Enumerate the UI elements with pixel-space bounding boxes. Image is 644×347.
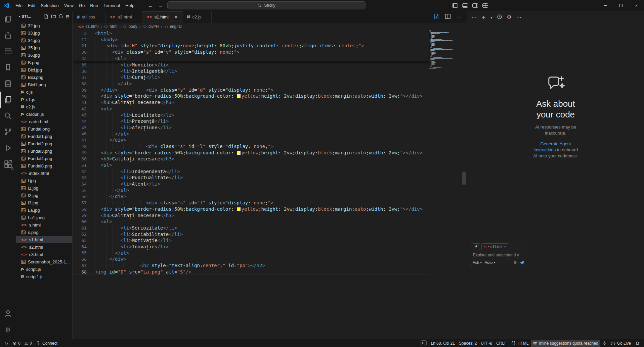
file-item-32.jpg[interactable]: 32.jpg bbox=[16, 22, 72, 29]
menu-run[interactable]: Run bbox=[87, 2, 101, 9]
file-item-Bici.png[interactable]: Bici.png bbox=[16, 73, 72, 81]
chat-history-button[interactable] bbox=[497, 14, 502, 20]
activity-search[interactable] bbox=[0, 108, 16, 124]
activity-share[interactable] bbox=[0, 27, 16, 43]
code-line-38[interactable]: 38 </ul> bbox=[73, 81, 429, 87]
vertical-scrollbar[interactable] bbox=[461, 30, 467, 339]
activity-database[interactable] bbox=[0, 76, 16, 92]
code-line-43[interactable]: 43 <li>Loialitate</li> bbox=[73, 112, 429, 118]
chat-settings-button[interactable]: ⚙ bbox=[507, 15, 511, 20]
code-line-53[interactable]: 53 <li>Punctualitate</li> bbox=[73, 175, 429, 181]
chat-input-box[interactable]: <> s1.html × Explore and understand y As… bbox=[470, 241, 527, 267]
toggle-secondary-sidebar-icon[interactable] bbox=[472, 3, 478, 8]
code-line-57[interactable]: 57 <div class="s" id="f" style="display:… bbox=[73, 200, 429, 206]
file-item-l2.jpg[interactable]: l2.jpg bbox=[16, 192, 72, 199]
file-item-carte.html[interactable]: <>carte.html bbox=[16, 118, 72, 125]
customize-layout-icon[interactable] bbox=[482, 3, 488, 8]
code-line-12[interactable]: 12 <body> bbox=[73, 37, 429, 43]
minimize-button[interactable] bbox=[598, 0, 613, 11]
menu-go[interactable]: Go bbox=[76, 2, 87, 9]
file-item-script.js[interactable]: JSscript.js bbox=[16, 265, 72, 273]
file-item-34.jpg[interactable]: 34.jpg bbox=[16, 37, 72, 44]
menu-help[interactable]: Help bbox=[123, 2, 137, 9]
generate-instructions-link[interactable]: Instructions bbox=[533, 147, 556, 152]
file-item-c1.js[interactable]: JSc1.js bbox=[16, 96, 72, 103]
code-line-45[interactable]: 45 <li>Afecțiune</li> bbox=[73, 125, 429, 131]
code-line-49[interactable]: 49 <div style="border-radius:50%;backgro… bbox=[73, 150, 429, 156]
code-line-52[interactable]: 52 <li>Independență</li> bbox=[73, 168, 429, 175]
code-line-59[interactable]: 59 <h3>Calități necesare</h3> bbox=[73, 212, 429, 219]
file-item-l1.jpg[interactable]: l1.jpg bbox=[16, 184, 72, 192]
file-item-script1.js[interactable]: JSscript1.js bbox=[16, 273, 72, 280]
explorer-section-header[interactable]: ▾ STI... ⊟ bbox=[16, 11, 72, 22]
code-line-21[interactable]: 21 <div id="H" style="display:none;heigh… bbox=[73, 43, 429, 49]
menu-selection[interactable]: Selection bbox=[38, 2, 61, 9]
mic-icon[interactable] bbox=[513, 260, 517, 265]
status-errors[interactable]: ⊗0 bbox=[11, 340, 23, 347]
activity-extensions[interactable]: ⚠ bbox=[0, 156, 16, 172]
breadcrumb-img#D[interactable]: img#D bbox=[164, 24, 182, 29]
toggle-panel-icon[interactable] bbox=[462, 3, 468, 8]
tab-stil.css[interactable]: #stil.css bbox=[73, 11, 105, 23]
status-notifications[interactable] bbox=[633, 340, 642, 347]
code-line-47[interactable]: 47 </div> bbox=[73, 137, 429, 143]
file-item-Fundal.png[interactable]: Fundal.png bbox=[16, 125, 72, 133]
status-cursor-position[interactable]: Ln 68, Col 21 bbox=[429, 340, 457, 347]
code-line-42[interactable]: 42 <ul> bbox=[73, 106, 429, 112]
code-line-61[interactable]: 61 <li>Seriozitate</li> bbox=[73, 225, 429, 231]
model-dropdown[interactable]: Auto ▾ bbox=[485, 260, 495, 264]
file-item-s1.html[interactable]: <>s1.html bbox=[16, 236, 72, 243]
code-line-51[interactable]: 51 <ul> bbox=[73, 162, 429, 168]
scrollbar-thumb[interactable] bbox=[462, 172, 466, 185]
code-line-50[interactable]: 50 <h3>Calități necesare</h3> bbox=[73, 156, 429, 162]
status-warnings[interactable]: ⚠0 bbox=[23, 340, 34, 347]
file-item-Fundal4.png[interactable]: Fundal4.png bbox=[16, 155, 72, 162]
attach-context-button[interactable] bbox=[473, 243, 480, 250]
more-actions-button[interactable]: ⋯ bbox=[456, 14, 462, 20]
tab-s3.html[interactable]: <>s3.html bbox=[105, 11, 142, 23]
code-line-55[interactable]: 55 </ul> bbox=[73, 187, 429, 194]
send-icon[interactable] bbox=[520, 260, 524, 265]
file-item-35.jpg[interactable]: 35.jpg bbox=[16, 44, 72, 51]
file-item-c.js[interactable]: JSc.js bbox=[16, 88, 72, 96]
file-item-Bici.jpg[interactable]: Bici.jpg bbox=[16, 66, 72, 73]
tab-s1.html[interactable]: <>s1.html× bbox=[142, 11, 183, 23]
code-line-40[interactable]: 40 <div style="border-radius:50%;backgro… bbox=[73, 93, 429, 99]
file-item-Fundal8.png[interactable]: Fundal8.png bbox=[16, 162, 72, 169]
new-file-button[interactable] bbox=[44, 14, 49, 19]
activity-account[interactable] bbox=[0, 305, 16, 321]
code-line-30[interactable]: 30 <div class="s" id="v" style="display:… bbox=[73, 49, 429, 55]
activity-window[interactable] bbox=[0, 43, 16, 59]
breadcrumb-s1.html[interactable]: <>s1.html bbox=[78, 24, 98, 29]
activity-source-control[interactable] bbox=[0, 124, 16, 140]
file-item-La.jpg[interactable]: La.jpg bbox=[16, 206, 72, 214]
file-item-La1.jpeg[interactable]: La1.jpeg bbox=[16, 214, 72, 221]
file-item-c2.js[interactable]: JSc2.js bbox=[16, 103, 72, 110]
file-item-s.html[interactable]: <>s.html bbox=[16, 221, 72, 229]
minimap[interactable] bbox=[429, 30, 461, 69]
code-line-39[interactable]: 39 </div> <div class="s" id="d" style="d… bbox=[73, 87, 429, 93]
close-button[interactable]: × bbox=[629, 0, 644, 11]
status-copilot-quota[interactable]: Inline suggestions quota reached bbox=[531, 340, 600, 347]
generate-instructions-link[interactable]: Generate Agent bbox=[540, 141, 571, 146]
code-line-60[interactable]: 60 <ul> bbox=[73, 218, 429, 225]
menu-file[interactable]: File bbox=[13, 2, 25, 9]
remove-context-icon[interactable]: × bbox=[504, 244, 506, 249]
code-line-46[interactable]: 46 </ul> bbox=[73, 131, 429, 137]
code-line-65[interactable]: 65 </ul> bbox=[73, 250, 429, 256]
menu-view[interactable]: View bbox=[61, 2, 76, 9]
breadcrumb-body[interactable]: body bbox=[123, 24, 137, 29]
maximize-button[interactable] bbox=[613, 0, 629, 11]
activity-files[interactable] bbox=[0, 92, 16, 108]
chat-input-placeholder[interactable]: Explore and understand y bbox=[473, 252, 524, 258]
file-item-Fundal3.png[interactable]: Fundal3.png bbox=[16, 147, 72, 155]
code-line-62[interactable]: 62 <li>Sociabilitate</li> bbox=[73, 231, 429, 238]
activity-settings[interactable]: ⚙ bbox=[0, 321, 16, 338]
code-line-37[interactable]: 37 <li>Curaj</li> bbox=[73, 74, 429, 81]
chat-more-2-button[interactable]: ⋯ bbox=[516, 15, 521, 20]
file-item-s.png[interactable]: s.png bbox=[16, 229, 72, 236]
toggle-sidebar-icon[interactable] bbox=[452, 3, 458, 8]
status-go-live[interactable]: Go Live bbox=[609, 340, 633, 347]
code-line-56[interactable]: 56 </div> bbox=[73, 193, 429, 200]
file-item-l3.jpg[interactable]: l3.jpg bbox=[16, 199, 72, 206]
